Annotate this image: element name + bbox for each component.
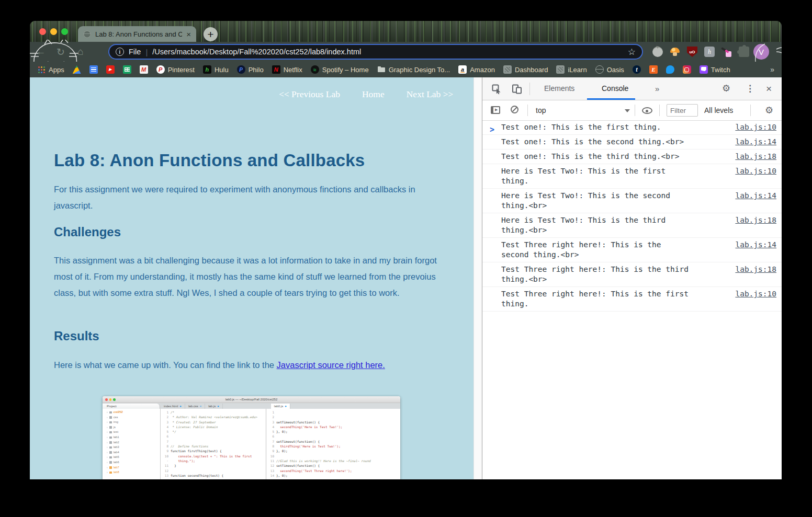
previous-lab-link[interactable]: << Previous Lab	[279, 89, 340, 100]
devtools-settings-gear-icon[interactable]: ⚙	[722, 77, 730, 100]
console-message-row: Test Three right here!: This is the firs…	[482, 287, 782, 312]
devtools-close-icon[interactable]: ×	[766, 77, 772, 100]
bookmark-ilearn[interactable]: iLearn	[556, 65, 587, 74]
bookmark-twitter[interactable]	[666, 65, 674, 74]
more-tabs-chevron[interactable]: »	[655, 77, 659, 100]
home-icon[interactable]: ⌂	[73, 42, 88, 62]
home-link[interactable]: Home	[362, 89, 385, 100]
console-filter-input[interactable]	[667, 104, 698, 117]
content-area: << Previous Lab Home Next Lab >> Lab 8: …	[30, 77, 782, 479]
console-source-link[interactable]: lab.js:14	[735, 191, 776, 201]
instagram-icon	[683, 65, 691, 74]
challenges-heading: Challenges	[54, 225, 121, 239]
console-message-row: Here is Test Two!: This is the second th…	[482, 189, 782, 213]
tab-strip: Lab 8: Anon Functions and Call × +	[30, 21, 782, 42]
bookmark-pinterest[interactable]: PPinterest	[156, 65, 195, 74]
editor-code-line: 3setTimeout(function() {	[266, 420, 400, 424]
editor-tree-item: ›test	[103, 430, 160, 435]
bookmark-philo[interactable]: PPhilo	[237, 65, 264, 74]
bookmark-twitch[interactable]: Twitch	[700, 65, 730, 74]
url-text[interactable]: /Users/macbook/Desktop/Fall%202020/cst25…	[152, 48, 623, 56]
editor-code-line: 4 secondThing('Here is Test Two!');	[266, 424, 400, 429]
bookmark-gmail[interactable]: M	[140, 65, 148, 74]
console-sidebar-icon[interactable]	[491, 106, 500, 114]
twitter-bird-icon	[666, 65, 674, 74]
globe-favicon-icon	[83, 30, 91, 38]
honey-extension-icon[interactable]: h	[704, 47, 715, 57]
tab-console[interactable]: Console	[602, 77, 628, 100]
chevron-down-icon[interactable]	[625, 109, 630, 112]
tab-elements[interactable]: Elements	[544, 77, 574, 100]
browser-tab[interactable]: Lab 8: Anon Functions and Call ×	[78, 26, 196, 42]
console-source-link[interactable]: lab.js:14	[735, 240, 776, 250]
live-expression-eye-icon[interactable]	[642, 107, 652, 114]
ilearn-site-icon	[556, 65, 565, 74]
editor-project-tree: ›cst252›css›img›js›test›lab1›lab2›lab3›l…	[103, 409, 161, 479]
zoom-window-button[interactable]	[61, 28, 68, 35]
console-source-link[interactable]: lab.js:10	[735, 289, 776, 299]
close-window-button[interactable]	[39, 28, 46, 35]
console-settings-gear-icon[interactable]: ⚙	[765, 100, 773, 120]
bookmarks-overflow-chevron[interactable]: »	[770, 65, 774, 74]
bookmark-hulu[interactable]: hHulu	[203, 65, 229, 74]
bookmark-folder-graphic-design[interactable]: Graphic Design To...	[377, 65, 450, 74]
folder-icon	[377, 65, 386, 74]
console-source-link[interactable]: lab.js:18	[735, 152, 776, 162]
log-levels-dropdown[interactable]: All levels	[704, 100, 743, 120]
clear-console-icon[interactable]	[511, 106, 518, 113]
bookmark-dashboard[interactable]: Dashboard	[503, 65, 548, 74]
console-message-row: Here is Test Two!: This is the first thi…	[482, 164, 782, 189]
console-source-link[interactable]: lab.js:18	[735, 265, 776, 274]
mushroom-extension-icon[interactable]	[670, 47, 680, 57]
bookmark-star-icon[interactable]: ☆	[628, 47, 636, 58]
back-icon[interactable]: ←	[33, 42, 49, 62]
new-tab-button[interactable]: +	[204, 27, 218, 41]
puzzle-extensions-icon[interactable]	[739, 47, 749, 57]
device-toolbar-icon[interactable]	[511, 83, 523, 95]
console-message-list: Test one!: This is the first thing. lab.…	[482, 120, 782, 312]
bookmark-netflix[interactable]: NNetflix	[272, 65, 302, 74]
divider	[529, 83, 530, 95]
reload-icon[interactable]: ↻	[53, 42, 69, 62]
page-scrollbar[interactable]	[473, 77, 482, 479]
console-source-link[interactable]: lab.js:10	[735, 166, 776, 176]
console-message-text: Test Three right here!: This is the firs…	[501, 289, 691, 309]
bookmark-instagram[interactable]	[683, 65, 691, 74]
extension-icons: uO h	[652, 42, 749, 62]
ublock-origin-icon[interactable]: uO	[687, 47, 697, 57]
editor-code-line: 12setTimeout(function() {	[266, 463, 400, 468]
profile-avatar[interactable]: V	[753, 44, 769, 60]
console-source-link[interactable]: lab.js:14	[735, 137, 776, 147]
bookmark-google-drive[interactable]	[73, 65, 81, 74]
bookmark-amazon[interactable]: aAmazon	[458, 65, 495, 74]
editor-code-line: 5 */	[161, 429, 266, 434]
bookmark-tumblr[interactable]: t	[633, 65, 641, 74]
pen-note-extension-icon[interactable]	[721, 47, 732, 57]
bookmark-spotify[interactable]: ≈Spotify – Home	[311, 65, 369, 74]
editor-tree-item: ›img	[103, 420, 160, 425]
bookmark-apps[interactable]: Apps	[37, 65, 64, 74]
minimize-window-button[interactable]	[50, 28, 57, 35]
javascript-source-link[interactable]: Javascript source right here.	[277, 360, 385, 370]
bookmark-etsy[interactable]: E	[649, 65, 658, 74]
context-selector[interactable]: top	[536, 100, 546, 120]
spotify-icon: ≈	[311, 65, 319, 74]
intro-paragraph: For this assignment we were required to …	[54, 181, 445, 214]
gmail-icon: M	[140, 65, 148, 74]
devtools-menu-kebab-icon[interactable]: ⋮	[746, 77, 754, 100]
editor-tree-item: ›lab4	[103, 450, 160, 455]
bookmark-oasis[interactable]: Oasis	[595, 65, 624, 74]
tomato-extension-icon[interactable]	[652, 47, 663, 57]
console-source-link[interactable]: lab.js:18	[735, 215, 776, 225]
next-lab-link[interactable]: Next Lab >>	[407, 89, 454, 100]
console-toolbar: top All levels ⚙	[482, 100, 782, 121]
bookmark-google-docs[interactable]	[89, 65, 98, 74]
page-info-icon[interactable]: i	[116, 48, 124, 56]
inspect-element-icon[interactable]	[491, 83, 502, 95]
console-source-link[interactable]: lab.js:10	[735, 122, 776, 132]
editor-code-line: 1/*	[161, 410, 266, 415]
address-bar[interactable]: i File | /Users/macbook/Desktop/Fall%202…	[108, 44, 643, 60]
bookmark-youtube[interactable]: ▶	[106, 65, 115, 74]
bookmark-google-sheets[interactable]	[123, 65, 131, 74]
tab-close-icon[interactable]: ×	[186, 30, 191, 38]
